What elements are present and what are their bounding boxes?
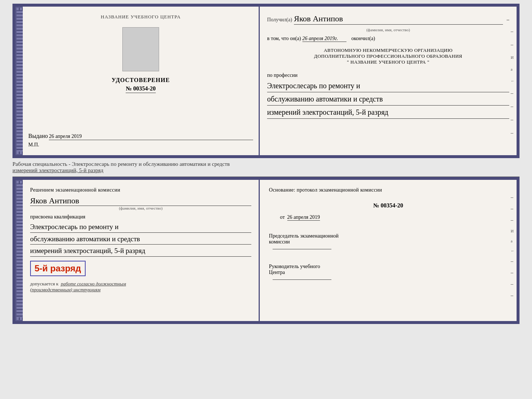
decision-label: Решением экзаменационной комиссии [30, 187, 251, 193]
person-name-block: Яков Антипов (фамилия, имя, отчество) [30, 196, 251, 210]
allowed-block: допускается к работе согласно должностны… [30, 281, 251, 293]
issued-date-line: Выдано 26 апреля 2019 [28, 133, 253, 140]
in-that-date: 26 апреля 2019г. [302, 36, 346, 42]
profession-cursive: Электрослесарь по ремонту и обслуживанию… [267, 80, 509, 120]
finished-label: окончил(а) [351, 36, 375, 41]
org-line3: " НАЗВАНИЕ УЧЕБНОГО ЦЕНТРА " [267, 59, 509, 65]
mark6: – [511, 130, 515, 136]
top-right-page: Получил(а) Яков Антипов – (фамилия, имя,… [260, 7, 517, 155]
right-side-marks2: – – – И а ← – – – – [511, 195, 515, 299]
qual-line1: Электрослесарь по ремонту и [30, 222, 251, 233]
protocol-number: № 00354-20 [269, 202, 507, 209]
mark-i: И [511, 55, 515, 60]
profession-line2: обслуживанию автоматики и средств [267, 93, 509, 106]
org-line2: ДОПОЛНИТЕЛЬНОГО ПРОФЕССИОНАЛЬНОГО ОБРАЗО… [267, 53, 509, 59]
fio-sub-bottom: (фамилия, имя, отчество) [30, 206, 251, 210]
fio-subtitle: (фамилия, имя, отчество) [267, 28, 509, 32]
rmark1: – [511, 195, 515, 200]
head-label: Руководитель учебного [269, 264, 507, 270]
cert-title: УДОСТОВЕРЕНИЕ [112, 77, 170, 83]
issued-label: Выдано [28, 133, 48, 139]
org-title-left: НАЗВАНИЕ УЧЕБНОГО ЦЕНТРА [101, 14, 180, 20]
bottom-left-spine [15, 180, 23, 321]
mark-arrow: ← [511, 79, 515, 83]
rmark-arrow: ← [511, 249, 515, 253]
profession-line1: Электрослесарь по ремонту и [267, 80, 509, 92]
mark-a: а [511, 67, 515, 71]
bottom-left-page: Решением экзаменационной комиссии Яков А… [23, 180, 260, 321]
top-booklet: НАЗВАНИЕ УЧЕБНОГО ЦЕНТРА УДОСТОВЕРЕНИЕ №… [12, 4, 520, 158]
grade-box: 5-й разряд [30, 261, 86, 276]
bottom-right-page: Основание: протокол экзаменационной коми… [260, 180, 517, 321]
right-side-marks: – – И а ← – – – – [511, 29, 515, 136]
rmark-a: а [511, 239, 515, 243]
rmark7: – [511, 293, 515, 299]
mark5: – [511, 117, 515, 123]
head-label2: Центра [269, 270, 507, 275]
chairman-block: Председатель экзаменационной комиссии [269, 233, 507, 251]
head-signature-line [273, 279, 331, 280]
chairman-label2: комиссии [269, 239, 507, 245]
grade-text: 5-й разряд [35, 263, 81, 273]
recipient-name: Яков Антипов [294, 14, 503, 25]
recipient-line: Получил(а) Яков Антипов – [267, 14, 509, 25]
org-line1: АВТОНОМНУЮ НЕКОММЕРЧЕСКУЮ ОРГАНИЗАЦИЮ [267, 47, 509, 53]
mark3: – [511, 90, 515, 96]
head-block: Руководитель учебного Центра [269, 264, 507, 281]
chairman-label: Председатель экзаменационной [269, 233, 507, 239]
in-that-label: в том, что он(а) [267, 36, 301, 41]
top-left-page: НАЗВАНИЕ УЧЕБНОГО ЦЕНТРА УДОСТОВЕРЕНИЕ №… [23, 7, 260, 155]
profession-line3: измерений электростанций, 5-й разряд [267, 107, 509, 119]
cert-number: № 00354-20 [126, 85, 155, 93]
basis-label: Основание: протокол экзаменационной коми… [269, 187, 507, 193]
org-block: АВТОНОМНУЮ НЕКОММЕРЧЕСКУЮ ОРГАНИЗАЦИЮ ДО… [267, 47, 509, 65]
in-that-line: в том, что он(а) 26 апреля 2019г. окончи… [267, 36, 509, 42]
allowed-text2: (производственным) инструкциям [30, 287, 101, 292]
received-label: Получил(а) [267, 17, 292, 23]
mark1: – [511, 29, 515, 35]
date-from-block: от 26 апреля 2019 [280, 214, 507, 220]
chairman-signature-line [273, 249, 331, 249]
rmark5: – [511, 270, 515, 276]
mark2: – [511, 42, 515, 48]
qual-line2: обслуживанию автоматики и средств [30, 234, 251, 245]
qual-line3: измерений электростанций, 5-й разряд [30, 246, 251, 257]
profession-label: по профессии [267, 72, 509, 78]
caption-line1: Рабочая специальность - Электрослесарь п… [12, 161, 230, 167]
left-spine-decoration [15, 7, 23, 155]
date-from-label: от [280, 214, 285, 220]
rmark2: – [511, 206, 515, 212]
allowed-text: работе согласно должностным [61, 281, 126, 286]
mp-label: М.П. [28, 142, 253, 148]
person-name: Яков Антипов [30, 196, 251, 206]
mark4: – [511, 104, 515, 110]
document-container: НАЗВАНИЕ УЧЕБНОГО ЦЕНТРА УДОСТОВЕРЕНИЕ №… [12, 4, 520, 324]
qualification-cursive: Электрослесарь по ремонту и обслуживанию… [30, 222, 251, 257]
rmark3: – [511, 217, 515, 223]
caption-line2: измерений электростанций, 5-й разряд [12, 167, 103, 173]
rmark6: – [511, 281, 515, 287]
issued-date-value: 26 апреля 2019 [49, 133, 253, 140]
caption-text: Рабочая специальность - Электрослесарь п… [12, 158, 520, 177]
bottom-booklet: Решением экзаменационной комиссии Яков А… [12, 177, 520, 324]
date-from-value: 26 апреля 2019 [287, 214, 320, 221]
photo-placeholder [122, 27, 159, 71]
qualification-label: присвоена квалификация [30, 214, 251, 220]
rmark4: – [511, 259, 515, 264]
rmark-i: И [511, 229, 515, 233]
allowed-label: допускается к [30, 281, 58, 286]
